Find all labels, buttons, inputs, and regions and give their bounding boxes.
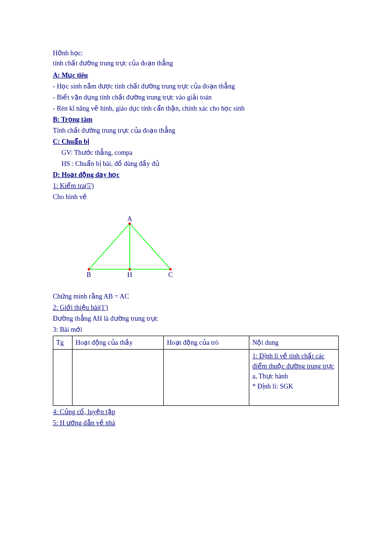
section-b-body: Tính chất đường trung trực của đoạn thẳn… — [53, 126, 339, 136]
d2-heading: 2: Giới thiệu bài(1') — [53, 302, 339, 313]
th-tro: Hoạt động của trò — [164, 336, 249, 350]
d1-heading: 1: Kiểm tra(5') — [53, 181, 339, 191]
section-a-heading: A: Mục tiêu — [53, 70, 339, 80]
bullet-a3: - Rèn kĩ năng vẽ hình, giáo dục tính cẩn… — [53, 103, 339, 113]
triangle-svg: A B H C — [82, 216, 187, 279]
cell-tro — [164, 350, 249, 406]
section-b-heading: B: Trọng tâm — [53, 114, 339, 125]
th-tg: Tg — [53, 336, 73, 350]
bullet-a2: - Biết vận dụng tính chất đường trung tr… — [53, 92, 339, 102]
d5-heading: 5: H ướng dẫn về nhà — [53, 418, 339, 428]
title-line2: tính chất đường trung trực của đoạn thẳn… — [53, 58, 339, 68]
section-c-gv: GV: Thước thẳng, compa — [61, 148, 339, 158]
section-d-heading: D: Hoạt động dạy học — [53, 170, 339, 180]
d1-proof: Chứng minh rằng AB = AC — [53, 291, 339, 301]
point-a — [129, 223, 131, 225]
point-c — [170, 268, 172, 271]
point-h — [129, 268, 131, 271]
cell-thay — [73, 350, 164, 406]
d1-body: Cho hình vẽ — [53, 192, 339, 202]
label-h: H — [127, 271, 132, 278]
label-c: C — [168, 271, 172, 278]
cell-noidung: 1: Định lí về tính chất các điểm thuộc đ… — [249, 350, 339, 406]
section-c-heading: C: Chuẩn bị — [53, 137, 339, 147]
table-header-row: Tg Hoạt động của thầy Hoạt động của trò … — [53, 336, 339, 350]
title-line1: Hỡnh học: — [53, 48, 339, 58]
section-c-hs: HS : Chuẩn bị bài, đồ dùng đầy đủ — [61, 159, 339, 169]
d2-body: Đường thẳng AH là đường trung trực — [53, 314, 339, 324]
label-b: B — [86, 271, 91, 278]
th-noidung: Nội dung — [249, 336, 339, 350]
d4-heading: 4: Củng cố, luyện tập — [53, 407, 339, 417]
bullet-a1: - Học sinh nắm được tính chất đường trun… — [53, 81, 339, 91]
label-a: A — [127, 216, 133, 223]
point-b — [88, 268, 90, 271]
lesson-table: Tg Hoạt động của thầy Hoạt động của trò … — [53, 336, 339, 406]
cell-tg — [53, 350, 73, 406]
nd-line2: a, Thực hành — [252, 373, 288, 380]
th-thay: Hoạt động của thầy — [73, 336, 164, 350]
triangle-diagram: A B H C — [82, 216, 339, 282]
nd-line3: * Định lí: SGK — [252, 383, 293, 390]
nd-line1: 1: Định lí về tính chất các điểm thuộc đ… — [252, 352, 334, 370]
table-row: 1: Định lí về tính chất các điểm thuộc đ… — [53, 350, 339, 406]
d3-heading: 3: Bài mới — [53, 325, 339, 335]
